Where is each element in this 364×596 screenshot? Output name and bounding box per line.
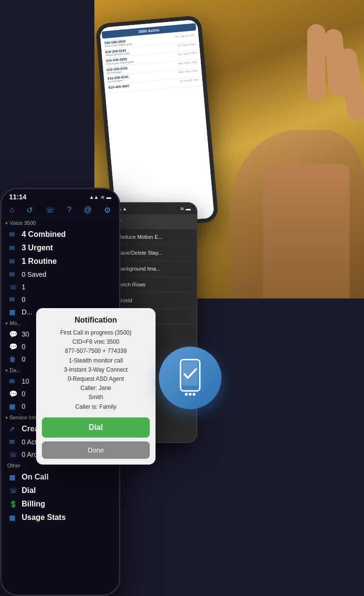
phone-check-icon [176, 359, 205, 397]
list-item-icon: ▦ [9, 402, 18, 410]
notification-body: First Call in progress (3500)CID=F8 vrec… [36, 328, 156, 417]
list-item-icon: 💲 [9, 500, 18, 508]
list-item-label: 1 [22, 283, 26, 291]
list-item-icon: ✉ [9, 258, 18, 265]
settings-list-item[interactable]: Save/Delete Stay... [112, 245, 196, 261]
list-item-label: D... [22, 308, 32, 316]
list-item-label: Billing [22, 500, 45, 508]
list-item-label: 0 [22, 296, 26, 303]
list-item-label: 0 [22, 390, 26, 398]
list-item-icon: 💬 [9, 390, 18, 398]
list-item-label: Usage Stats [22, 513, 66, 522]
list-item-icon: 💬 [9, 343, 18, 350]
list-item[interactable]: ✉ 3 Urgent [1, 241, 119, 255]
list-item-icon: ✉ [9, 244, 18, 252]
list-item[interactable]: ✉ 1 Routine [1, 255, 119, 268]
svg-point-3 [189, 393, 192, 396]
list-item-label: 0 [22, 343, 26, 350]
list-item[interactable]: ☏ 1 [1, 281, 119, 293]
settings-status-bar: ▲▲ ≋ ▬ [112, 203, 196, 214]
settings-list-item[interactable]: Fetch Rows [112, 277, 196, 293]
section-arrow: ▾ [5, 368, 8, 373]
list-item-icon: ▦ [9, 473, 18, 481]
list-item-icon: ☏ [9, 487, 18, 494]
sidebar-section-header: ▾Voice 3500 [1, 218, 119, 228]
status-bar: 11:14 ▲▲ ≋ ▬ [1, 189, 119, 203]
dial-button[interactable]: Dial [42, 417, 150, 438]
list-item[interactable]: ▦ Usage Stats [1, 511, 119, 524]
list-item-icon: ✉ [9, 377, 18, 385]
list-item-icon: ✉ [9, 438, 18, 446]
nav-phone-icon[interactable]: ☏ [45, 206, 55, 215]
section-label: Other [7, 463, 21, 468]
list-item-icon: ↗ [9, 425, 18, 433]
list-item-icon: ✉ [9, 231, 18, 238]
list-item-icon: ▦ [9, 514, 18, 521]
wifi-icon: ≋ [101, 194, 104, 200]
nav-bar: ⌂ ↺ ☏ ? @ ⚙ [1, 203, 119, 218]
nav-email-icon[interactable]: @ [84, 206, 91, 215]
nav-help-icon[interactable]: ? [67, 206, 72, 215]
list-item[interactable]: ▦ On Call [1, 470, 119, 484]
svg-point-4 [193, 393, 195, 396]
nav-home-icon[interactable]: ⌂ [10, 206, 14, 215]
settings-list-item[interactable]: Background Ima... [112, 261, 196, 277]
list-item-icon: 🗑 [9, 355, 18, 363]
status-time: 11:14 [9, 193, 26, 201]
list-item-label: 4 Combined [22, 230, 66, 239]
list-item-icon: ☏ [9, 283, 18, 291]
section-label: Voice 3500 [10, 220, 36, 226]
list-item[interactable]: ☏ Dial [1, 484, 119, 497]
settings-list-item[interactable]: Shield [112, 293, 196, 309]
list-item-label: 1 Routine [22, 257, 57, 266]
signal-icon: ▲▲ [89, 194, 99, 200]
list-item[interactable]: ✉ 0 Saved [1, 268, 119, 281]
list-item[interactable]: ✉ 4 Combined [1, 228, 119, 241]
list-item-label: On Call [22, 473, 49, 481]
list-item-label: 0 [22, 402, 26, 410]
list-item[interactable]: ✉ 0 [1, 293, 119, 306]
list-item-icon: ✉ [9, 271, 18, 278]
done-button[interactable]: Done [42, 441, 150, 459]
section-label: Da... [10, 367, 21, 373]
status-icons: ▲▲ ≋ ▬ [89, 194, 111, 200]
app-icon-circle[interactable] [159, 347, 221, 409]
list-item-label: Dial [22, 486, 36, 495]
section-arrow: ▾ [5, 321, 8, 326]
svg-point-2 [185, 393, 188, 396]
notification-title: Notification [36, 308, 156, 328]
settings-battery-icon: ▬ [186, 206, 191, 211]
list-item-icon: ▦ [9, 308, 18, 316]
settings-header-bar: ↗ [112, 214, 196, 229]
list-item-icon: ✉ [9, 296, 18, 303]
section-label: Mo... [10, 320, 21, 326]
section-arrow: ▾ [5, 415, 8, 420]
list-item-label: 0 [22, 355, 26, 363]
list-item-label: 10 [22, 377, 29, 385]
list-item-icon: 💬 [9, 330, 18, 338]
notification-dialog: Notification First Call in progress (350… [36, 308, 156, 465]
list-item-label: 30 [22, 330, 29, 338]
settings-list-item[interactable]: Reduce Motion E... [112, 229, 196, 245]
section-arrow: ▾ [5, 220, 8, 226]
list-item[interactable]: 💲 Billing [1, 497, 119, 511]
battery-icon: ▬ [106, 194, 111, 200]
settings-wifi-icon: ≋ [180, 206, 184, 211]
list-item-label: 0 Saved [22, 271, 46, 278]
section-label: Service Info [10, 415, 38, 420]
list-item-icon: ☏ [9, 451, 18, 458]
nav-refresh-icon[interactable]: ↺ [26, 206, 33, 215]
nav-settings-icon[interactable]: ⚙ [104, 206, 111, 215]
list-item-label: 3 Urgent [22, 244, 53, 252]
